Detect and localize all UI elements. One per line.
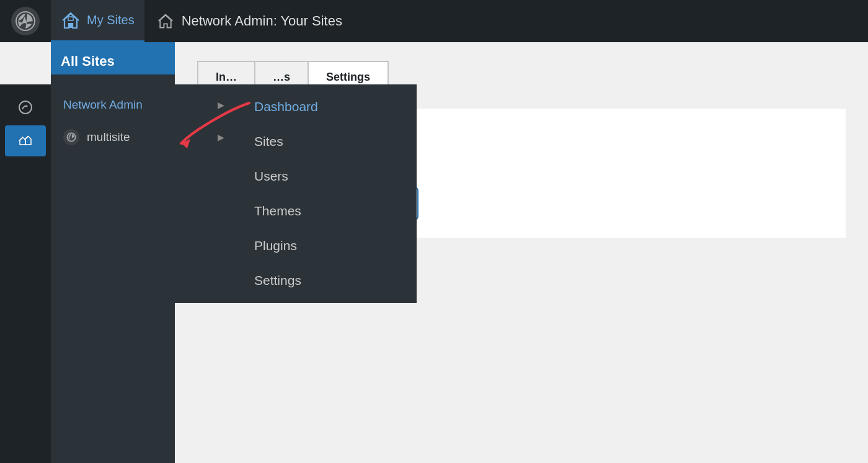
sidebar-icon-rail — [0, 84, 51, 463]
sites-section-header: All Sites — [51, 42, 175, 74]
svg-point-4 — [19, 101, 32, 114]
submenu-dashboard[interactable]: Dashboard — [237, 89, 417, 124]
network-admin-submenu: Dashboard Sites Users Themes Plugins Set… — [237, 84, 417, 303]
network-title: Network Admin: Your Sites — [144, 0, 355, 42]
wp-logo-icon — [11, 7, 40, 35]
svg-point-5 — [26, 106, 28, 107]
wp-logo-button[interactable] — [0, 0, 51, 42]
dashboard-icon-item[interactable] — [5, 92, 46, 123]
submenu-sites[interactable]: Sites — [237, 124, 417, 159]
submenu-users[interactable]: Users — [237, 159, 417, 194]
multisite-label: multisite — [87, 130, 130, 144]
my-sites-house-icon — [61, 11, 81, 30]
my-sites-button[interactable]: My Sites — [51, 0, 144, 42]
sites-icon-item[interactable] — [5, 125, 46, 156]
multisite-arrow-icon: ▶ — [218, 132, 224, 142]
svg-line-6 — [19, 138, 23, 141]
submenu-plugins[interactable]: Plugins — [237, 228, 417, 263]
multisite-item[interactable]: multisite ▶ — [51, 120, 237, 154]
network-admin-title: Network Admin: Your Sites — [182, 13, 342, 29]
sites-section-title: All Sites — [61, 53, 115, 69]
submenu-settings[interactable]: Settings — [237, 263, 417, 298]
my-sites-label: My Sites — [87, 13, 135, 27]
main-layout: All Sites Add New Site Users Themes — [0, 42, 868, 463]
svg-line-7 — [25, 137, 29, 140]
dropdown-overlay: Network Admin ▶ multisite ▶ — [51, 84, 417, 303]
network-house-icon — [157, 12, 174, 30]
network-admin-arrow-icon: ▶ — [218, 100, 224, 110]
admin-bar: My Sites Network Admin: Your Sites — [0, 0, 868, 42]
multisite-wp-logo — [63, 129, 79, 145]
svg-rect-2 — [69, 24, 72, 28]
submenu-themes[interactable]: Themes — [237, 194, 417, 228]
network-admin-item[interactable]: Network Admin ▶ — [51, 89, 237, 120]
sites-houses-icon — [18, 133, 33, 148]
network-admin-dropdown-label: Network Admin — [63, 98, 143, 112]
my-sites-panel: Network Admin ▶ multisite ▶ — [51, 84, 237, 303]
svg-rect-3 — [68, 17, 73, 20]
speedometer-icon — [18, 100, 33, 115]
